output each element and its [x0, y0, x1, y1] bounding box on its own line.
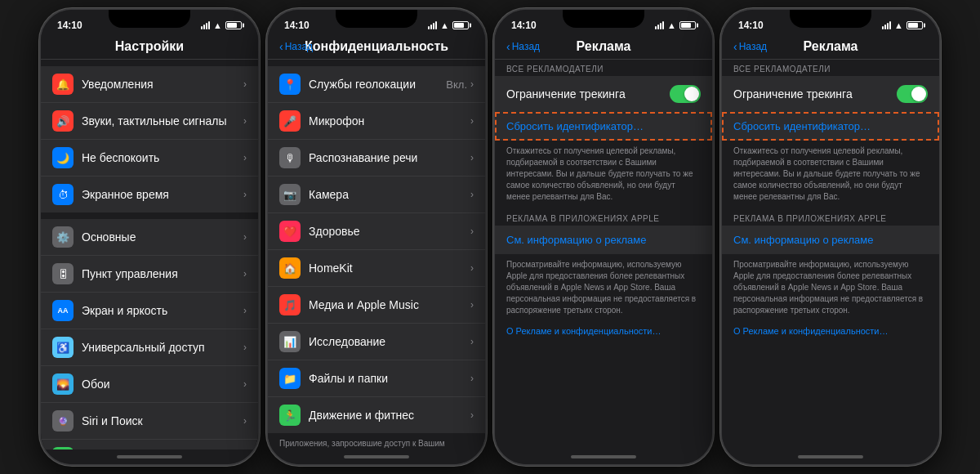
list-item[interactable]: 🌙 Не беспокоить ›: [41, 140, 258, 177]
apple-ads-group-4: См. информацию о рекламе: [722, 226, 939, 254]
screen1-group-mid: ⚙️ Основные › 🎛 Пункт управления › AA Эк…: [41, 219, 258, 449]
apple-ads-label-4: РЕКЛАМА В ПРИЛОЖЕНИЯХ APPLE: [722, 209, 939, 226]
item-label: HomeKit: [309, 262, 470, 275]
list-item[interactable]: 🏃 Движение и фитнес ›: [268, 397, 485, 433]
screen2-group-main: 📍 Службы геолокации Вкл. › 🎤 Микрофон › …: [268, 66, 485, 433]
tracking-label-3: Ограничение трекинга: [506, 87, 670, 101]
list-item[interactable]: 🔔 Уведомления ›: [41, 66, 258, 103]
list-item[interactable]: 🔮 Siri и Поиск ›: [41, 403, 258, 440]
nav-bar-2: ‹ Назад Конфиденциальность: [268, 36, 485, 60]
list-item[interactable]: 📊 Исследование ›: [268, 324, 485, 360]
item-label: Экранное время: [82, 188, 243, 201]
home-indicator-4: [722, 449, 939, 464]
screen2-title: Конфиденциальность: [305, 39, 448, 54]
reset-link-4[interactable]: Сбросить идентификатор…: [722, 112, 939, 141]
back-label-4: Назад: [739, 41, 767, 52]
list-item[interactable]: 📍 Службы геолокации Вкл. ›: [268, 66, 485, 103]
item-value: Вкл.: [446, 78, 467, 91]
chevron-left-icon: ‹: [733, 40, 737, 53]
chevron-icon: ›: [470, 189, 474, 200]
apple-ads-link-3[interactable]: См. информацию о рекламе: [495, 226, 712, 254]
item-label: Основные: [82, 230, 243, 244]
screen3-content: ВСЕ РЕКЛАМОДАТЕЛИ Ограничение трекинга С…: [495, 60, 712, 449]
research-icon: 📊: [279, 331, 301, 352]
apple-ads-label-3: РЕКЛАМА В ПРИЛОЖЕНИЯХ APPLE: [495, 209, 712, 226]
list-item[interactable]: 🎤 Микрофон ›: [268, 103, 485, 140]
item-label: Экран и яркость: [82, 304, 243, 317]
list-item[interactable]: 📁 Файлы и папки ›: [268, 360, 485, 397]
notch-2: [336, 10, 417, 28]
chevron-icon: ›: [470, 299, 474, 311]
tracking-toggle-4[interactable]: [897, 85, 928, 103]
item-label: Камера: [309, 188, 470, 201]
reset-link-3[interactable]: Сбросить идентификатор…: [495, 112, 712, 141]
list-item[interactable]: ⏱ Экранное время ›: [41, 177, 258, 212]
chevron-icon: ›: [243, 342, 247, 353]
wifi-icon-1: ▲: [213, 20, 222, 30]
notifications-icon: 🔔: [52, 74, 74, 95]
status-time-3: 14:10: [511, 20, 537, 31]
back-button-3[interactable]: ‹ Назад: [506, 40, 540, 53]
about-link-4[interactable]: О Рекламе и конфиденциальности…: [722, 323, 939, 342]
list-item[interactable]: 🌄 Обои ›: [41, 366, 258, 403]
apple-ads-group-3: См. информацию о рекламе: [495, 226, 712, 254]
chevron-icon: ›: [470, 152, 474, 163]
signal-icon-3: [655, 21, 664, 29]
item-label: Движение и фитнес: [309, 409, 470, 422]
list-item[interactable]: 📷 Камера ›: [268, 177, 485, 213]
item-label: Siri и Поиск: [82, 414, 243, 427]
signal-icon-1: [201, 21, 210, 29]
home-indicator-3: [495, 449, 712, 464]
chevron-icon: ›: [243, 115, 247, 127]
wifi-icon-4: ▲: [894, 20, 903, 30]
back-button-4[interactable]: ‹ Назад: [733, 40, 767, 53]
tracking-toggle-3[interactable]: [670, 85, 701, 103]
screentime-icon: ⏱: [52, 184, 74, 205]
all-advertisers-label-4: ВСЕ РЕКЛАМОДАТЕЛИ: [722, 60, 939, 76]
all-advertisers-label-3: ВСЕ РЕКЛАМОДАТЕЛИ: [495, 60, 712, 76]
list-item[interactable]: ❤️ Здоровье ›: [268, 213, 485, 250]
camera-icon: 📷: [279, 184, 301, 205]
battery-icon-3: [679, 21, 696, 29]
health-icon: ❤️: [279, 221, 301, 242]
location-icon: 📍: [279, 74, 301, 95]
back-button-2[interactable]: ‹ Назад: [279, 40, 313, 53]
list-item[interactable]: 🎵 Медиа и Apple Music ›: [268, 287, 485, 324]
status-time-2: 14:10: [284, 20, 310, 31]
list-item[interactable]: 🔊 Звуки, тактильные сигналы ›: [41, 103, 258, 140]
nav-bar-3: ‹ Назад Реклама: [495, 36, 712, 60]
home-indicator-1: [41, 449, 258, 464]
tracking-label-4: Ограничение трекинга: [733, 87, 897, 101]
list-item[interactable]: ⚙️ Основные ›: [41, 219, 258, 256]
about-link-3[interactable]: О Рекламе и конфиденциальности…: [495, 323, 712, 342]
chevron-icon: ›: [470, 226, 474, 237]
screen4-content: ВСЕ РЕКЛАМОДАТЕЛИ Ограничение трекинга С…: [722, 60, 939, 449]
general-icon: ⚙️: [52, 226, 74, 248]
list-item[interactable]: 🎙 Распознавание речи ›: [268, 140, 485, 177]
speech-icon: 🎙: [279, 147, 301, 168]
list-item[interactable]: ♿ Универсальный доступ ›: [41, 329, 258, 366]
apple-ads-desc-3: Просматривайте информацию, используемую …: [495, 254, 712, 323]
apple-ads-link-4[interactable]: См. информацию о рекламе: [722, 226, 939, 254]
tracking-item-3[interactable]: Ограничение трекинга: [495, 76, 712, 112]
tracking-item-4[interactable]: Ограничение трекинга: [722, 76, 939, 112]
item-label: Службы геолокации: [309, 78, 446, 91]
status-time-1: 14:10: [57, 20, 82, 31]
notch-3: [563, 10, 644, 28]
chevron-icon: ›: [470, 78, 474, 90]
screen1-title: Настройки: [115, 39, 184, 54]
list-item[interactable]: 🏠 HomeKit ›: [268, 250, 485, 287]
signal-icon-4: [882, 21, 891, 29]
mic-icon: 🎤: [279, 110, 301, 132]
item-label: Медиа и Apple Music: [309, 298, 470, 311]
list-item[interactable]: AA Экран и яркость ›: [41, 293, 258, 329]
list-item[interactable]: 👤 Face ID и код-пароль ›: [41, 440, 258, 449]
list-item[interactable]: 🎛 Пункт управления ›: [41, 256, 258, 293]
tracking-desc-4: Откажитесь от получения целевой рекламы,…: [722, 141, 939, 209]
wifi-icon-2: ▲: [440, 20, 449, 30]
item-label: Пункт управления: [82, 267, 243, 280]
chevron-left-icon: ‹: [279, 40, 283, 53]
reset-group-4: Сбросить идентификатор…: [722, 112, 939, 141]
status-icons-3: ▲: [655, 20, 696, 30]
screen3-title: Реклама: [577, 39, 631, 54]
